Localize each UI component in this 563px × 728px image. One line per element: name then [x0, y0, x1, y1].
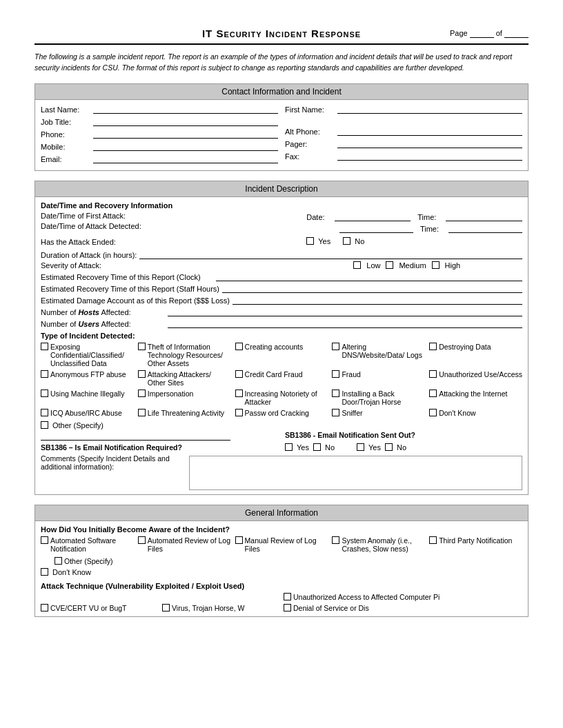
time-field-1[interactable] [446, 212, 522, 221]
list-item: CVE/CERT VU or BugT [41, 604, 158, 612]
cb-attacking-internet[interactable] [429, 390, 437, 397]
label-sniffer: Sniffer [342, 409, 362, 417]
cb-notoriety[interactable] [235, 390, 243, 397]
incident-section-header: Incident Description [34, 181, 529, 197]
sb1386-right-yes-cb[interactable] [357, 443, 364, 451]
cb-other[interactable] [41, 421, 48, 429]
no-checkbox-1[interactable] [343, 237, 350, 245]
label-credit: Credit Card Fraud [245, 370, 303, 378]
recovery-staff-field[interactable] [222, 283, 522, 293]
label-destroying: Destroying Data [439, 343, 491, 351]
label-theft: Theft of Information Technology Resource… [148, 343, 231, 367]
cb-altering[interactable] [332, 343, 339, 350]
hosts-field[interactable] [168, 307, 522, 316]
email-field[interactable] [93, 154, 278, 163]
yes-checkbox-1[interactable] [306, 237, 314, 245]
cb-life[interactable] [138, 409, 146, 416]
cb-creating[interactable] [235, 343, 243, 350]
cb-dos[interactable] [284, 604, 291, 611]
phone-field[interactable] [93, 129, 278, 139]
cb-fraud[interactable] [332, 370, 339, 378]
cb-auto-log[interactable] [138, 536, 146, 544]
cb-exposing[interactable] [41, 343, 48, 350]
cb-password[interactable] [235, 409, 243, 416]
users-field[interactable] [168, 318, 522, 328]
cb-icq[interactable] [41, 409, 48, 416]
mobile-field[interactable] [93, 141, 278, 151]
date-detected-label: Date/Time of Attack Detected: [41, 222, 141, 230]
list-item: ICQ Abuse/IRC Abuse [41, 409, 134, 417]
phone-label: Phone: [41, 130, 89, 139]
list-item: Installing a Back Door/Trojan Horse [332, 390, 425, 406]
fax-field[interactable] [337, 151, 522, 161]
aware-heading: How Did You Initially Become Aware of th… [41, 525, 522, 534]
cb-attacking-attackers[interactable] [138, 370, 146, 378]
label-unauthorized: Unauthorized Use/Access [439, 370, 522, 378]
recovery-staff-label: Estimated Recovery Time of this Report (… [41, 285, 219, 293]
list-item: Other (Specify) [55, 557, 113, 565]
attack-heading: Attack Technique (Vulnerability Exploite… [41, 582, 522, 590]
job-title-label: Job Title: [41, 118, 89, 126]
aware-grid: Automated Software Notification Automate… [41, 536, 522, 553]
list-item: Impersonation [138, 390, 231, 406]
cb-auto-software[interactable] [41, 536, 48, 544]
cb-dont-know-aware[interactable] [41, 568, 48, 576]
job-title-field[interactable] [93, 117, 278, 126]
low-checkbox[interactable] [353, 261, 361, 269]
cb-dontknow[interactable] [429, 409, 437, 416]
duration-field[interactable] [139, 250, 522, 259]
cb-unauthorized[interactable] [429, 370, 437, 378]
cb-credit[interactable] [235, 370, 243, 378]
incident-type-grid: Exposing Confidential/Classified/ Unclas… [41, 343, 522, 417]
incident-section-body: Date/Time and Recovery Information Date/… [34, 197, 529, 495]
list-item: Increasing Notoriety of Attacker [235, 390, 328, 406]
severity-label: Severity of Attack: [41, 261, 101, 270]
intro-text: The following is a sample incident repor… [34, 52, 529, 74]
date-field-2[interactable] [339, 223, 413, 233]
label-virus: Virus, Trojan Horse, W [172, 604, 244, 612]
recovery-clock-field[interactable] [216, 272, 522, 281]
cb-virus[interactable] [162, 604, 170, 611]
cb-unauthorized-access[interactable] [284, 593, 291, 600]
alt-phone-label: Alt Phone: [285, 128, 333, 136]
fax-label: Fax: [285, 152, 333, 161]
last-name-field[interactable] [93, 104, 278, 114]
damage-label: Estimated Damage Account as of this Repo… [41, 296, 230, 305]
time-field-2[interactable] [448, 223, 522, 233]
sb1386-no-cb[interactable] [313, 443, 321, 451]
label-auto-log: Automated Review of Log Files [148, 536, 231, 553]
list-item: Passw ord Cracking [235, 409, 328, 417]
cb-impersonation[interactable] [138, 390, 146, 397]
sb1386-yes-cb[interactable] [285, 443, 293, 451]
cb-machine[interactable] [41, 390, 48, 397]
cb-system-anomaly[interactable] [332, 536, 339, 544]
pager-field[interactable] [337, 139, 522, 148]
cb-other-aware[interactable] [55, 557, 62, 565]
label-fraud: Fraud [342, 370, 360, 378]
cb-destroying[interactable] [429, 343, 437, 350]
cb-backdoor[interactable] [332, 390, 339, 397]
comments-box[interactable] [189, 456, 522, 490]
high-checkbox[interactable] [432, 261, 439, 269]
cb-third-party[interactable] [429, 536, 437, 544]
time-label-1: Time: [417, 213, 436, 221]
cb-theft[interactable] [138, 343, 146, 350]
list-item: Third Party Notification [429, 536, 522, 553]
last-name-label: Last Name: [41, 105, 89, 114]
cb-cve[interactable] [41, 604, 48, 611]
page-header: IT Security Incident Response Page of [34, 28, 529, 45]
medium-checkbox[interactable] [386, 261, 393, 269]
cb-manual-log[interactable] [235, 536, 243, 544]
cb-sniffer[interactable] [332, 409, 339, 416]
label-dos: Denial of Service or Dis [293, 604, 369, 612]
recovery-clock-label: Estimated Recovery Time of this Report (… [41, 273, 213, 281]
alt-phone-field[interactable] [337, 126, 522, 136]
sb1386-right-no-cb[interactable] [385, 443, 393, 451]
list-item: System Anomaly (i.e., Crashes, Slow ness… [332, 536, 425, 553]
date-field-1[interactable] [335, 212, 411, 221]
first-name-field[interactable] [337, 104, 522, 114]
label-backdoor: Installing a Back Door/Trojan Horse [342, 390, 425, 406]
damage-field[interactable] [233, 295, 522, 305]
yes-label-1: Yes [318, 237, 330, 245]
cb-ftp[interactable] [41, 370, 48, 378]
